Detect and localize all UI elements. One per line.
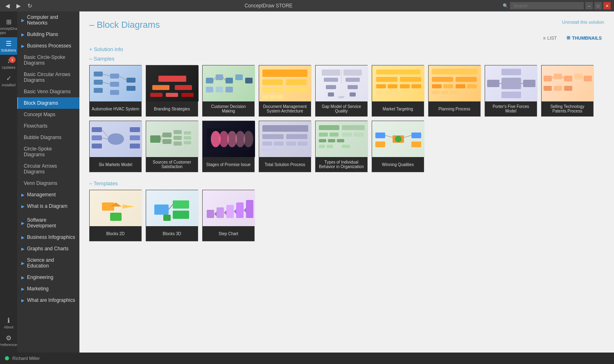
thumbnails-icon: ⊞ xyxy=(567,35,570,40)
sample-market[interactable]: Market Targeting xyxy=(372,65,424,117)
section-label: Marketing xyxy=(27,286,49,292)
sample-selling-preview xyxy=(542,65,594,101)
section-what-is-diagram[interactable]: ▶ What is a Diagram xyxy=(17,200,79,212)
sample-winning[interactable]: Winning Qualities xyxy=(372,121,424,172)
nav-item-circle-spoke[interactable]: Circle-Spoke Diagrams xyxy=(17,143,79,160)
svg-rect-18 xyxy=(216,74,223,80)
sidebar-item-preferences[interactable]: ⚙ Preferences xyxy=(0,332,17,349)
samples-toggle[interactable]: – Samples xyxy=(89,56,604,62)
nav-item-block-diagrams[interactable]: Block Diagrams xyxy=(17,97,79,109)
icon-sidebar: ⊞ ConceptDraw Apps ☰ Solutions ↓ Updates… xyxy=(0,11,17,353)
svg-rect-70 xyxy=(501,69,521,75)
svg-rect-30 xyxy=(262,88,272,92)
nav-back-button[interactable]: ◀ xyxy=(3,2,12,10)
section-graphs-charts[interactable]: ▶ Graphs and Charts xyxy=(17,243,79,254)
nav-item-venn-diagrams[interactable]: Venn Diagrams xyxy=(17,178,79,189)
sidebar-item-solutions[interactable]: ☰ Solutions xyxy=(0,37,17,55)
svg-rect-130 xyxy=(342,145,350,148)
section-business-infographics[interactable]: ▶ Business Infographics xyxy=(17,231,79,243)
sample-stages-preview xyxy=(203,121,255,157)
nav-item-circular-arrows[interactable]: Circular Arrows Diagrams xyxy=(17,160,79,178)
nav-refresh-button[interactable]: ↻ xyxy=(25,2,34,10)
template-blocks2d-label: Blocks 2D xyxy=(90,226,141,241)
apps-icon: ⊞ xyxy=(6,18,11,26)
nav-item-bubble-diagrams[interactable]: Bubble Diagrams xyxy=(17,132,79,143)
solution-info-toggle[interactable]: + Solution info xyxy=(89,46,604,52)
svg-rect-54 xyxy=(376,91,384,95)
template-blocks3d[interactable]: Blocks 3D xyxy=(146,190,198,241)
nav-item-basic-venn[interactable]: Basic Venn Diagrams xyxy=(17,86,79,97)
section-label: Business Processes xyxy=(27,43,71,49)
section-management[interactable]: ▶ Management xyxy=(17,189,79,200)
section-computer-networks[interactable]: ▶ Computer and Networks xyxy=(17,11,79,29)
sample-automotive[interactable]: Automotive HVAC System xyxy=(89,65,142,117)
section-science-education[interactable]: ▶ Science and Education xyxy=(17,254,79,272)
templates-toggle[interactable]: – Templates xyxy=(89,180,604,186)
list-label: LIST xyxy=(547,36,557,40)
sidebar-item-about[interactable]: ℹ About xyxy=(0,314,17,332)
svg-rect-98 xyxy=(174,142,182,146)
section-label: Software Development xyxy=(27,217,75,229)
svg-rect-117 xyxy=(262,148,269,151)
minimize-button[interactable]: – xyxy=(585,2,593,9)
section-business-processes[interactable]: ▶ Business Processes xyxy=(17,40,79,52)
section-what-are-infographics[interactable]: ▶ What are Infographics xyxy=(17,294,79,306)
close-button[interactable]: ✕ xyxy=(603,2,611,9)
nav-item-basic-circle-spoke[interactable]: Basic Circle-Spoke Diagrams xyxy=(17,52,79,69)
types-svg xyxy=(316,121,368,157)
nav-forward-button[interactable]: ▶ xyxy=(14,2,23,10)
svg-line-92 xyxy=(102,138,108,139)
nav-item-basic-circular-arrows[interactable]: Basic Circular Arrows Diagrams xyxy=(17,69,79,86)
uninstall-link[interactable]: Uninstall this solution xyxy=(562,20,604,25)
svg-rect-90 xyxy=(130,144,140,148)
section-marketing[interactable]: ▶ Marketing xyxy=(17,283,79,294)
sidebar-item-apps[interactable]: ⊞ ConceptDraw Apps xyxy=(0,16,17,37)
sample-gap[interactable]: GAP Gap Model of Service Quality xyxy=(315,65,368,117)
svg-rect-17 xyxy=(206,78,213,83)
sample-customer[interactable]: Customer Decision Making xyxy=(202,65,255,117)
sidebar-item-updates[interactable]: ↓ Updates 1 xyxy=(0,55,17,72)
template-step-chart[interactable]: Step Chart xyxy=(202,190,255,241)
maximize-button[interactable]: □ xyxy=(594,2,602,9)
section-label: Engineering xyxy=(27,274,53,280)
svg-rect-121 xyxy=(319,133,328,137)
sample-market-label: Market Targeting xyxy=(372,101,424,116)
template-blocks2d[interactable]: Blocks 2D xyxy=(89,190,142,241)
sample-document[interactable]: Document Management System Architecture xyxy=(259,65,311,117)
nav-item-flowcharts[interactable]: Flowcharts xyxy=(17,120,79,132)
sample-porter[interactable]: Porter's Five Forces Model xyxy=(485,65,537,117)
total-svg xyxy=(259,121,312,157)
sidebar-item-installed[interactable]: ✓ Installed xyxy=(0,72,17,90)
svg-rect-31 xyxy=(274,88,284,92)
svg-rect-59 xyxy=(456,77,477,82)
thumbnails-view-button[interactable]: ⊞ THUMBNAILS xyxy=(564,34,604,41)
section-engineering[interactable]: ▶ Engineering xyxy=(17,272,79,283)
section-building-plans[interactable]: ▶ Building Plans xyxy=(17,29,79,40)
sources-svg xyxy=(146,121,199,157)
svg-rect-42 xyxy=(326,85,336,89)
svg-rect-145 xyxy=(173,211,189,219)
sample-types[interactable]: Types of Individual Behavior in Organiza… xyxy=(315,121,368,172)
list-view-button[interactable]: ≡ LIST xyxy=(541,35,560,41)
sample-branding[interactable]: Branding Strategies xyxy=(146,65,198,117)
section-software-dev[interactable]: ▶ Software Development xyxy=(17,214,79,231)
svg-rect-148 xyxy=(207,210,214,218)
sample-six[interactable]: Six Markets Model xyxy=(89,121,142,172)
sample-stages[interactable]: Stages of Promise Issue xyxy=(202,121,255,172)
nav-item-concept-maps[interactable]: Concept Maps xyxy=(17,109,79,120)
svg-rect-27 xyxy=(262,70,307,77)
svg-rect-125 xyxy=(319,139,326,142)
svg-rect-126 xyxy=(328,139,335,142)
sample-total[interactable]: Total Solution Process xyxy=(259,121,311,172)
selling-svg xyxy=(542,65,594,101)
sample-selling[interactable]: Selling Technology Patents Process xyxy=(541,65,594,117)
svg-rect-85 xyxy=(92,127,102,132)
svg-rect-20 xyxy=(235,74,243,80)
sample-market-preview xyxy=(372,65,424,101)
sample-planning[interactable]: Planning Process xyxy=(428,65,481,117)
search-input[interactable] xyxy=(510,2,584,9)
svg-rect-55 xyxy=(385,91,393,95)
preferences-icon: ⚙ xyxy=(6,334,11,342)
sample-sources[interactable]: Sources of Customer Satisfaction xyxy=(146,121,198,172)
svg-text:GAP: GAP xyxy=(339,96,345,99)
